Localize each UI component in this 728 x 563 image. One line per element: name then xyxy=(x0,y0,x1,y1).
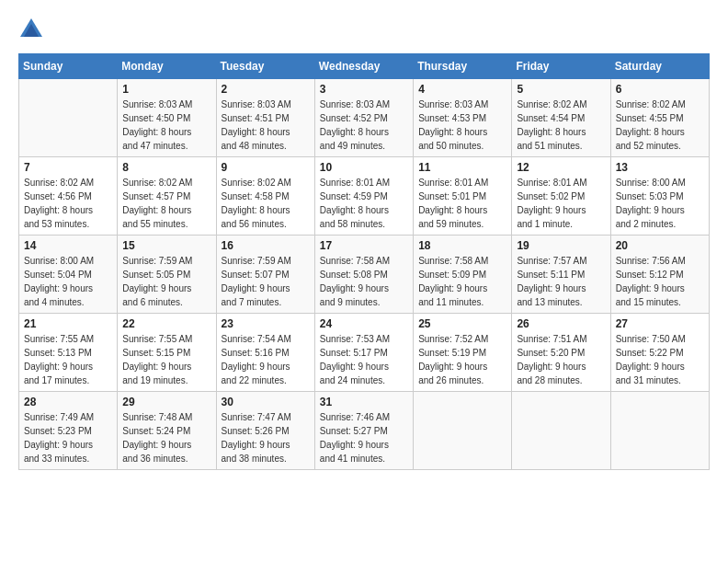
calendar-cell: 27Sunrise: 7:50 AMSunset: 5:22 PMDayligh… xyxy=(610,314,709,392)
calendar-cell: 10Sunrise: 8:01 AMSunset: 4:59 PMDayligh… xyxy=(314,157,413,236)
calendar-week-2: 7Sunrise: 8:02 AMSunset: 4:56 PMDaylight… xyxy=(19,157,710,236)
calendar-cell: 19Sunrise: 7:57 AMSunset: 5:11 PMDayligh… xyxy=(512,236,610,314)
calendar-table: SundayMondayTuesdayWednesdayThursdayFrid… xyxy=(18,53,710,470)
day-info: Sunrise: 8:02 AMSunset: 4:54 PMDaylight:… xyxy=(517,98,605,153)
day-info: Sunrise: 7:48 AMSunset: 5:24 PMDaylight:… xyxy=(122,410,210,465)
weekday-header-sunday: Sunday xyxy=(19,54,118,79)
calendar-cell: 9Sunrise: 8:02 AMSunset: 4:58 PMDaylight… xyxy=(216,157,314,236)
day-number: 17 xyxy=(320,239,408,252)
calendar-cell xyxy=(19,79,118,157)
day-number: 21 xyxy=(24,317,112,330)
day-info: Sunrise: 7:49 AMSunset: 5:23 PMDaylight:… xyxy=(24,410,112,465)
weekday-header-thursday: Thursday xyxy=(414,54,512,79)
day-number: 7 xyxy=(24,161,112,174)
weekday-header-monday: Monday xyxy=(118,54,216,79)
day-info: Sunrise: 8:01 AMSunset: 4:59 PMDaylight:… xyxy=(320,176,408,231)
day-info: Sunrise: 8:01 AMSunset: 5:02 PMDaylight:… xyxy=(517,176,605,231)
day-info: Sunrise: 7:54 AMSunset: 5:16 PMDaylight:… xyxy=(222,332,310,387)
day-number: 1 xyxy=(122,83,210,96)
page-header xyxy=(18,18,710,44)
day-number: 3 xyxy=(320,83,408,96)
calendar-cell: 24Sunrise: 7:53 AMSunset: 5:17 PMDayligh… xyxy=(314,314,413,392)
day-number: 31 xyxy=(320,396,408,408)
calendar-cell: 2Sunrise: 8:03 AMSunset: 4:51 PMDaylight… xyxy=(216,79,314,157)
day-info: Sunrise: 7:58 AMSunset: 5:09 PMDaylight:… xyxy=(418,254,506,309)
day-number: 14 xyxy=(24,239,112,252)
day-info: Sunrise: 8:03 AMSunset: 4:50 PMDaylight:… xyxy=(122,98,210,153)
day-number: 19 xyxy=(517,239,605,252)
day-number: 22 xyxy=(122,317,210,330)
day-info: Sunrise: 7:56 AMSunset: 5:12 PMDaylight:… xyxy=(616,254,704,309)
calendar-week-5: 28Sunrise: 7:49 AMSunset: 5:23 PMDayligh… xyxy=(19,392,710,470)
calendar-cell: 15Sunrise: 7:59 AMSunset: 5:05 PMDayligh… xyxy=(118,236,216,314)
day-info: Sunrise: 8:00 AMSunset: 5:04 PMDaylight:… xyxy=(24,254,112,309)
calendar-cell: 11Sunrise: 8:01 AMSunset: 5:01 PMDayligh… xyxy=(414,157,512,236)
calendar-cell: 21Sunrise: 7:55 AMSunset: 5:13 PMDayligh… xyxy=(19,314,118,392)
calendar-cell: 23Sunrise: 7:54 AMSunset: 5:16 PMDayligh… xyxy=(216,314,314,392)
calendar-cell: 26Sunrise: 7:51 AMSunset: 5:20 PMDayligh… xyxy=(512,314,610,392)
calendar-cell: 18Sunrise: 7:58 AMSunset: 5:09 PMDayligh… xyxy=(414,236,512,314)
calendar-week-4: 21Sunrise: 7:55 AMSunset: 5:13 PMDayligh… xyxy=(19,314,710,392)
day-number: 8 xyxy=(122,161,210,174)
day-info: Sunrise: 8:02 AMSunset: 4:58 PMDaylight:… xyxy=(222,176,310,231)
day-info: Sunrise: 7:57 AMSunset: 5:11 PMDaylight:… xyxy=(517,254,605,309)
calendar-cell: 30Sunrise: 7:47 AMSunset: 5:26 PMDayligh… xyxy=(216,392,314,470)
day-info: Sunrise: 8:02 AMSunset: 4:56 PMDaylight:… xyxy=(24,176,112,231)
calendar-cell: 12Sunrise: 8:01 AMSunset: 5:02 PMDayligh… xyxy=(512,157,610,236)
calendar-cell: 7Sunrise: 8:02 AMSunset: 4:56 PMDaylight… xyxy=(19,157,118,236)
day-number: 12 xyxy=(517,161,605,174)
calendar-cell: 28Sunrise: 7:49 AMSunset: 5:23 PMDayligh… xyxy=(19,392,118,470)
day-info: Sunrise: 7:55 AMSunset: 5:15 PMDaylight:… xyxy=(122,332,210,387)
day-info: Sunrise: 7:58 AMSunset: 5:08 PMDaylight:… xyxy=(320,254,408,309)
calendar-cell xyxy=(610,392,709,470)
day-number: 27 xyxy=(616,317,704,330)
day-info: Sunrise: 8:03 AMSunset: 4:51 PMDaylight:… xyxy=(222,98,310,153)
day-number: 2 xyxy=(222,83,310,96)
day-number: 5 xyxy=(517,83,605,96)
day-info: Sunrise: 8:02 AMSunset: 4:57 PMDaylight:… xyxy=(122,176,210,231)
calendar-cell: 22Sunrise: 7:55 AMSunset: 5:15 PMDayligh… xyxy=(118,314,216,392)
day-info: Sunrise: 7:59 AMSunset: 5:05 PMDaylight:… xyxy=(122,254,210,309)
day-number: 10 xyxy=(320,161,408,174)
day-number: 28 xyxy=(24,396,112,408)
day-number: 6 xyxy=(616,83,704,96)
day-info: Sunrise: 7:53 AMSunset: 5:17 PMDaylight:… xyxy=(320,332,408,387)
calendar-cell: 13Sunrise: 8:00 AMSunset: 5:03 PMDayligh… xyxy=(610,157,709,236)
day-number: 29 xyxy=(122,396,210,408)
calendar-week-1: 1Sunrise: 8:03 AMSunset: 4:50 PMDaylight… xyxy=(19,79,710,157)
day-info: Sunrise: 7:50 AMSunset: 5:22 PMDaylight:… xyxy=(616,332,704,387)
weekday-header-saturday: Saturday xyxy=(610,54,709,79)
calendar-cell xyxy=(414,392,512,470)
weekday-header-friday: Friday xyxy=(512,54,610,79)
day-info: Sunrise: 8:01 AMSunset: 5:01 PMDaylight:… xyxy=(418,176,506,231)
calendar-cell: 3Sunrise: 8:03 AMSunset: 4:52 PMDaylight… xyxy=(314,79,413,157)
calendar-header: SundayMondayTuesdayWednesdayThursdayFrid… xyxy=(19,54,710,79)
day-info: Sunrise: 8:00 AMSunset: 5:03 PMDaylight:… xyxy=(616,176,704,231)
day-number: 11 xyxy=(418,161,506,174)
day-number: 9 xyxy=(222,161,310,174)
day-info: Sunrise: 7:51 AMSunset: 5:20 PMDaylight:… xyxy=(517,332,605,387)
day-info: Sunrise: 7:55 AMSunset: 5:13 PMDaylight:… xyxy=(24,332,112,387)
calendar-body: 1Sunrise: 8:03 AMSunset: 4:50 PMDaylight… xyxy=(19,79,710,470)
day-number: 23 xyxy=(222,317,310,330)
day-number: 25 xyxy=(418,317,506,330)
calendar-cell: 31Sunrise: 7:46 AMSunset: 5:27 PMDayligh… xyxy=(314,392,413,470)
calendar-cell: 8Sunrise: 8:02 AMSunset: 4:57 PMDaylight… xyxy=(118,157,216,236)
day-number: 30 xyxy=(222,396,310,408)
header-row: SundayMondayTuesdayWednesdayThursdayFrid… xyxy=(19,54,710,79)
weekday-header-wednesday: Wednesday xyxy=(314,54,413,79)
calendar-cell: 6Sunrise: 8:02 AMSunset: 4:55 PMDaylight… xyxy=(610,79,709,157)
day-number: 18 xyxy=(418,239,506,252)
logo-icon xyxy=(18,17,44,42)
day-info: Sunrise: 8:02 AMSunset: 4:55 PMDaylight:… xyxy=(616,98,704,153)
day-number: 13 xyxy=(616,161,704,174)
day-number: 16 xyxy=(222,239,310,252)
day-number: 24 xyxy=(320,317,408,330)
day-info: Sunrise: 8:03 AMSunset: 4:53 PMDaylight:… xyxy=(418,98,506,153)
calendar-cell: 14Sunrise: 8:00 AMSunset: 5:04 PMDayligh… xyxy=(19,236,118,314)
day-number: 15 xyxy=(122,239,210,252)
calendar-cell xyxy=(512,392,610,470)
calendar-cell: 5Sunrise: 8:02 AMSunset: 4:54 PMDaylight… xyxy=(512,79,610,157)
calendar-cell: 1Sunrise: 8:03 AMSunset: 4:50 PMDaylight… xyxy=(118,79,216,157)
day-info: Sunrise: 7:46 AMSunset: 5:27 PMDaylight:… xyxy=(320,410,408,465)
